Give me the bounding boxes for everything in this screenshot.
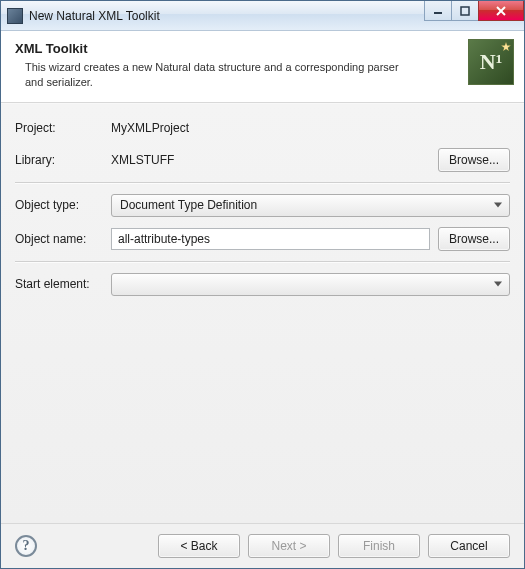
project-label: Project:: [15, 121, 103, 135]
title-bar: New Natural XML Toolkit: [1, 1, 524, 31]
app-icon: [7, 8, 23, 24]
maximize-button[interactable]: [451, 1, 479, 21]
object-name-label: Object name:: [15, 232, 103, 246]
window-controls: [425, 1, 524, 21]
minimize-button[interactable]: [424, 1, 452, 21]
form-area: Project: MyXMLProject Library: XMLSTUFF …: [1, 103, 524, 523]
object-type-label: Object type:: [15, 198, 103, 212]
project-value: MyXMLProject: [111, 118, 510, 138]
wizard-footer: ? < Back Next > Finish Cancel: [1, 523, 524, 568]
object-type-row: Object type: Document Type Definition: [15, 194, 510, 217]
dialog-window: New Natural XML Toolkit XML Toolkit This…: [0, 0, 525, 569]
cancel-button[interactable]: Cancel: [428, 534, 510, 558]
svg-rect-1: [461, 7, 469, 15]
project-row: Project: MyXMLProject: [15, 118, 510, 138]
banner-description: This wizard creates a new Natural data s…: [15, 60, 415, 90]
minimize-icon: [433, 6, 443, 16]
close-button[interactable]: [478, 1, 524, 21]
wizard-banner: XML Toolkit This wizard creates a new Na…: [1, 31, 524, 103]
help-icon[interactable]: ?: [15, 535, 37, 557]
object-name-input[interactable]: [111, 228, 430, 250]
separator-2: [15, 261, 510, 263]
start-element-select[interactable]: [111, 273, 510, 296]
object-name-row: Object name: Browse...: [15, 227, 510, 251]
library-row: Library: XMLSTUFF Browse...: [15, 148, 510, 172]
object-type-select[interactable]: Document Type Definition: [111, 194, 510, 217]
object-name-browse-button[interactable]: Browse...: [438, 227, 510, 251]
finish-button[interactable]: Finish: [338, 534, 420, 558]
back-button[interactable]: < Back: [158, 534, 240, 558]
close-icon: [495, 6, 507, 16]
library-browse-button[interactable]: Browse...: [438, 148, 510, 172]
window-title: New Natural XML Toolkit: [29, 9, 160, 23]
library-value: XMLSTUFF: [111, 150, 430, 170]
start-element-select-wrap: [111, 273, 510, 296]
library-label: Library:: [15, 153, 103, 167]
start-element-label: Start element:: [15, 277, 103, 291]
separator: [15, 182, 510, 184]
maximize-icon: [460, 6, 470, 16]
banner-heading: XML Toolkit: [15, 41, 510, 56]
wizard-logo-icon: N¹: [468, 39, 514, 85]
next-button[interactable]: Next >: [248, 534, 330, 558]
object-type-select-wrap: Document Type Definition: [111, 194, 510, 217]
start-element-row: Start element:: [15, 273, 510, 296]
